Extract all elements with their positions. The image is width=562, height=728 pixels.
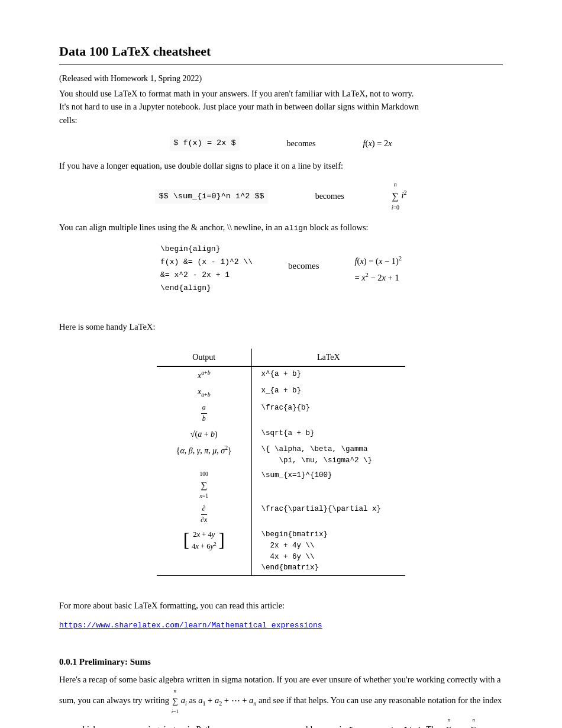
row5-output: {α, β, γ, π, μ, σ2} bbox=[157, 442, 251, 468]
align-demo: \begin{align} f(x) &= (x - 1)^2 \\ &= x^… bbox=[59, 243, 503, 295]
row7-latex: \frac{\partial}{\partial x} bbox=[251, 502, 405, 527]
row7-output: ∂ ∂x bbox=[157, 502, 251, 527]
row1-output: xa+b bbox=[157, 366, 251, 384]
matrix-expr: [ 2x + 4y 4x + 6y2 ] bbox=[183, 529, 225, 552]
partial-frac-expr: ∂ ∂x bbox=[199, 504, 208, 526]
example2-becomes: becomes bbox=[315, 190, 344, 202]
row4-latex: \sqrt{a + b} bbox=[251, 426, 405, 442]
align-becomes-label: becomes bbox=[288, 243, 319, 273]
row8-output: [ 2x + 4y 4x + 6y2 ] bbox=[157, 527, 251, 576]
page-title: Data 100 LaTeX cheatsheet bbox=[59, 41, 503, 65]
example1-result: f(x) = 2x bbox=[363, 137, 392, 150]
handy-latex-text: Here is some handy LaTeX: bbox=[59, 320, 503, 333]
row6-latex: \sum_{x=1}^{100} bbox=[251, 468, 405, 502]
align-code-line3: &= x^2 - 2x + 1 bbox=[160, 269, 253, 282]
longer-eq-text: If you have a longer equation, use doubl… bbox=[59, 159, 503, 172]
align-intro-text: You can align multiple lines using the &… bbox=[59, 221, 503, 234]
section-heading-sums: 0.0.1 Preliminary: Sums bbox=[59, 655, 503, 669]
align-result: f(x) = (x − 1)2 = x2 − 2x + 1 bbox=[355, 243, 402, 285]
align-result-line2: = x2 − 2x + 1 bbox=[355, 270, 402, 285]
left-bracket: [ bbox=[183, 531, 189, 550]
example2-row: $$ \sum_{i=0}^n i^2 $$ becomes n ∑ i=0 i… bbox=[59, 181, 503, 212]
align-code-block: \begin{align} f(x) &= (x - 1)^2 \\ &= x^… bbox=[160, 243, 253, 295]
align-code-line4: \end{align} bbox=[160, 282, 253, 295]
row6-output: 100 ∑ x=1 bbox=[157, 468, 251, 502]
table-row: {α, β, γ, π, μ, σ2} \{ \alpha, \beta, \g… bbox=[157, 442, 405, 468]
align-code-line2: f(x) &= (x - 1)^2 \\ bbox=[160, 256, 253, 269]
sum-100-expr: 100 ∑ x=1 bbox=[200, 470, 208, 501]
row2-latex: x_{a + b} bbox=[251, 384, 405, 401]
page: Data 100 LaTeX cheatsheet (Released with… bbox=[0, 0, 562, 728]
table-row: ∂ ∂x \frac{\partial}{\partial x} bbox=[157, 502, 405, 527]
align-keyword: align bbox=[285, 224, 308, 233]
row4-output: √(a + b) bbox=[157, 426, 251, 442]
table-header-latex: LaTeX bbox=[251, 349, 405, 366]
table-row: [ 2x + 4y 4x + 6y2 ] \begin{bmatrix} 2x … bbox=[157, 527, 405, 576]
sums-intro-para: Here's a recap of some basic algebra wri… bbox=[59, 673, 503, 728]
sum-expr: n ∑ i=0 bbox=[392, 181, 399, 212]
link-intro-text: For more about basic LaTeX formatting, y… bbox=[59, 599, 503, 612]
example1-code: $ f(x) = 2x $ bbox=[170, 136, 239, 150]
subtitle: (Released with Homework 1, Spring 2022) bbox=[59, 72, 503, 85]
table-row: 100 ∑ x=1 \sum_{x=1}^{100} bbox=[157, 468, 405, 502]
table-header-output: Output bbox=[157, 349, 251, 366]
align-code-line1: \begin{align} bbox=[160, 243, 253, 256]
example2-code: $$ \sum_{i=0}^n i^2 $$ bbox=[155, 189, 267, 204]
table-row: √(a + b) \sqrt{a + b} bbox=[157, 426, 405, 442]
row3-latex: \frac{a}{b} bbox=[251, 401, 405, 426]
row3-output: a b bbox=[157, 401, 251, 426]
right-bracket: ] bbox=[219, 531, 225, 550]
table-row: xa+b x^{a + b} bbox=[157, 366, 405, 384]
table-row: xa+b x_{a + b} bbox=[157, 384, 405, 401]
example2-result: n ∑ i=0 i2 bbox=[392, 181, 407, 212]
sharelatex-link[interactable]: https://www.sharelatex.com/learn/Mathema… bbox=[59, 621, 322, 630]
align-result-line1: f(x) = (x − 1)2 bbox=[355, 253, 402, 269]
cheatsheet-table: Output LaTeX xa+b x^{a + b} xa+b x_{a + … bbox=[157, 349, 405, 576]
intro-text: You should use LaTeX to format math in y… bbox=[59, 87, 503, 127]
row5-latex: \{ \alpha, \beta, \gamma \pi, \mu, \sigm… bbox=[251, 442, 405, 468]
for-name-code: for name in list bbox=[348, 726, 422, 728]
row2-output: xa+b bbox=[157, 384, 251, 401]
example1-becomes: becomes bbox=[287, 137, 316, 150]
frac-expr: a b bbox=[201, 402, 207, 424]
row8-latex: \begin{bmatrix} 2x + 4y \\ 4x + 6y \\ \e… bbox=[251, 527, 405, 576]
cheatsheet-table-wrapper: Output LaTeX xa+b x^{a + b} xa+b x_{a + … bbox=[59, 339, 503, 585]
table-row: a b \frac{a}{b} bbox=[157, 401, 405, 426]
row1-latex: x^{a + b} bbox=[251, 366, 405, 384]
example1-row: $ f(x) = 2x $ becomes f(x) = 2x bbox=[59, 136, 503, 150]
